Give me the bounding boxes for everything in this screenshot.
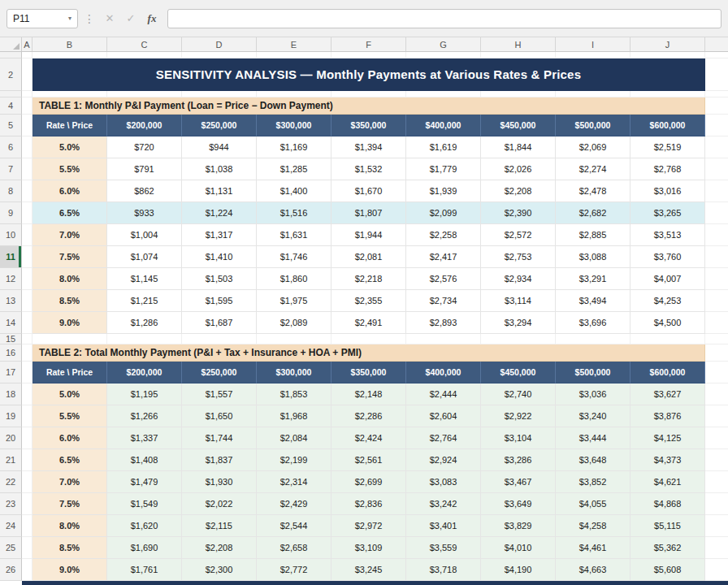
cell[interactable] <box>705 344 728 362</box>
value-cell[interactable]: $2,885 <box>556 224 630 246</box>
value-cell[interactable]: $1,968 <box>257 405 332 427</box>
value-cell[interactable]: $3,104 <box>481 427 556 449</box>
value-cell[interactable]: $1,408 <box>107 449 182 471</box>
value-cell[interactable]: $2,218 <box>332 268 406 290</box>
cell[interactable] <box>22 471 32 493</box>
cell[interactable] <box>22 515 32 537</box>
cell[interactable] <box>22 384 32 405</box>
value-cell[interactable]: $1,004 <box>107 224 182 246</box>
rate-cell[interactable]: 9.0% <box>32 559 107 581</box>
value-cell[interactable]: $2,429 <box>257 493 332 515</box>
value-cell[interactable]: $3,513 <box>630 224 705 246</box>
value-cell[interactable]: $2,274 <box>556 158 630 180</box>
table-header-cell[interactable]: $200,000 <box>107 362 182 384</box>
value-cell[interactable]: $1,549 <box>107 493 182 515</box>
column-header-E[interactable]: E <box>257 37 332 51</box>
value-cell[interactable]: $2,099 <box>406 202 481 224</box>
value-cell[interactable]: $4,461 <box>556 537 630 559</box>
cell[interactable] <box>22 58 32 91</box>
value-cell[interactable]: $5,115 <box>630 515 705 537</box>
column-header-G[interactable]: G <box>406 37 481 51</box>
value-cell[interactable]: $1,761 <box>107 559 182 581</box>
value-cell[interactable]: $4,663 <box>556 559 630 581</box>
cell[interactable] <box>556 52 630 58</box>
cell[interactable] <box>630 91 705 98</box>
value-cell[interactable]: $1,670 <box>332 180 406 202</box>
value-cell[interactable]: $1,939 <box>406 180 481 202</box>
value-cell[interactable]: $1,746 <box>257 246 332 268</box>
value-cell[interactable]: $1,410 <box>182 246 257 268</box>
column-header-A[interactable]: A <box>22 37 32 51</box>
value-cell[interactable]: $1,038 <box>182 158 257 180</box>
cell[interactable] <box>705 405 728 427</box>
cell[interactable] <box>22 537 32 559</box>
rate-cell[interactable]: 8.0% <box>32 268 107 290</box>
value-cell[interactable]: $3,114 <box>481 290 556 312</box>
cell[interactable] <box>705 427 728 449</box>
value-cell[interactable]: $1,807 <box>332 202 406 224</box>
value-cell[interactable]: $1,619 <box>406 136 481 158</box>
row-header[interactable]: 22 <box>0 471 22 493</box>
value-cell[interactable]: $1,631 <box>257 224 332 246</box>
value-cell[interactable]: $2,972 <box>332 515 406 537</box>
cell[interactable] <box>257 91 332 98</box>
value-cell[interactable]: $791 <box>107 158 182 180</box>
cell[interactable] <box>705 52 728 58</box>
cell[interactable] <box>22 158 32 180</box>
row-header[interactable]: 18 <box>0 384 22 405</box>
row-header[interactable]: 2 <box>0 58 22 91</box>
value-cell[interactable]: $2,604 <box>406 405 481 427</box>
column-header-D[interactable]: D <box>182 37 257 51</box>
value-cell[interactable]: $2,148 <box>332 384 406 405</box>
table-header-cell[interactable]: $450,000 <box>481 362 556 384</box>
rate-cell[interactable]: 8.5% <box>32 290 107 312</box>
cell[interactable] <box>705 58 728 91</box>
enter-button[interactable]: ✓ <box>122 9 140 28</box>
value-cell[interactable]: $2,208 <box>481 180 556 202</box>
cell[interactable] <box>107 91 182 98</box>
value-cell[interactable]: $2,519 <box>630 136 705 158</box>
value-cell[interactable]: $2,199 <box>257 449 332 471</box>
value-cell[interactable]: $4,500 <box>630 312 705 334</box>
row-header[interactable] <box>0 52 22 58</box>
value-cell[interactable]: $2,753 <box>481 246 556 268</box>
cell[interactable] <box>22 344 32 362</box>
cell[interactable] <box>630 334 705 344</box>
value-cell[interactable]: $4,125 <box>630 427 705 449</box>
value-cell[interactable]: $2,491 <box>332 312 406 334</box>
value-cell[interactable]: $2,478 <box>556 180 630 202</box>
sheet-title-cell[interactable]: SENSITIVITY ANALYSIS — Monthly Payments … <box>32 58 705 91</box>
cell[interactable] <box>22 493 32 515</box>
cell[interactable] <box>182 334 257 344</box>
value-cell[interactable]: $3,852 <box>556 471 630 493</box>
formula-bar-input[interactable] <box>167 9 722 28</box>
value-cell[interactable]: $3,467 <box>481 471 556 493</box>
cell[interactable] <box>556 334 630 344</box>
value-cell[interactable]: $3,245 <box>332 559 406 581</box>
cell[interactable] <box>406 52 481 58</box>
value-cell[interactable]: $2,893 <box>406 312 481 334</box>
value-cell[interactable]: $4,010 <box>481 537 556 559</box>
value-cell[interactable]: $3,265 <box>630 202 705 224</box>
value-cell[interactable]: $3,829 <box>481 515 556 537</box>
select-all-corner[interactable] <box>0 37 22 51</box>
cell[interactable] <box>22 312 32 334</box>
rate-cell[interactable]: 6.0% <box>32 427 107 449</box>
cell[interactable] <box>705 115 728 136</box>
row-header[interactable]: 13 <box>0 290 22 312</box>
value-cell[interactable]: $1,285 <box>257 158 332 180</box>
value-cell[interactable]: $1,074 <box>107 246 182 268</box>
value-cell[interactable]: $1,317 <box>182 224 257 246</box>
value-cell[interactable]: $3,648 <box>556 449 630 471</box>
value-cell[interactable]: $3,109 <box>332 537 406 559</box>
row-header[interactable]: 7 <box>0 158 22 180</box>
cell[interactable] <box>705 268 728 290</box>
rate-cell[interactable]: 6.5% <box>32 449 107 471</box>
cell[interactable] <box>705 202 728 224</box>
rate-cell[interactable]: 7.5% <box>32 493 107 515</box>
value-cell[interactable]: $3,760 <box>630 246 705 268</box>
value-cell[interactable]: $3,088 <box>556 246 630 268</box>
value-cell[interactable]: $1,944 <box>332 224 406 246</box>
value-cell[interactable]: $1,779 <box>406 158 481 180</box>
value-cell[interactable]: $3,718 <box>406 559 481 581</box>
